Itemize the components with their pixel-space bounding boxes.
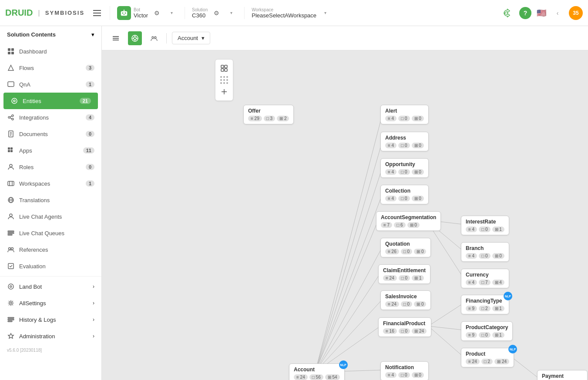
entity-node-opportunity[interactable]: Opportunity≡ 4□ 0⊞ 0 xyxy=(380,158,429,178)
integrations-label: Integrations xyxy=(19,114,81,121)
bot-chevron-button[interactable]: ▾ xyxy=(165,7,178,19)
documents-badge: 0 xyxy=(86,131,94,137)
entity-node-financing-type[interactable]: FinancingType≡ 9□ 2⊞ 1NLP xyxy=(461,295,509,314)
live-chat-agents-icon xyxy=(7,213,15,220)
svg-point-57 xyxy=(155,37,156,38)
entity-node-title-financial-product: FinancialProduct xyxy=(383,320,427,327)
entity-node-account[interactable]: Account≡ 24□ 56⊞ 54NLP xyxy=(289,363,345,380)
entity-badge-collection-2: ⊞ 0 xyxy=(412,196,424,201)
help-icon[interactable]: ? xyxy=(519,7,531,19)
svg-point-41 xyxy=(8,284,13,289)
sidebar-item-qna[interactable]: QnA 1 xyxy=(0,76,101,93)
svg-line-59 xyxy=(315,113,383,372)
language-flag[interactable]: 🇺🇸 xyxy=(537,8,546,18)
content-area: Account ▾ xyxy=(102,26,588,380)
integrations-badge: 4 xyxy=(86,114,94,120)
svg-rect-49 xyxy=(113,40,119,40)
entity-node-notification[interactable]: Notification≡ 4□ 0⊞ 0 xyxy=(380,361,429,380)
toolbar: Account ▾ xyxy=(102,26,588,50)
entity-node-title-currency: Currency xyxy=(466,272,504,278)
main-layout: Solution Contents ▾ Dashboard Flows 3 Qn… xyxy=(0,26,588,380)
group-view-button[interactable] xyxy=(147,31,161,45)
entity-badge-quotation-2: ⊞ 0 xyxy=(414,249,426,254)
entity-badge-financial-product-1: □ 0 xyxy=(399,328,410,334)
sidebar-item-administration[interactable]: Administration › xyxy=(0,328,101,344)
back-arrow-icon[interactable]: ‹ xyxy=(551,7,564,19)
share-icon[interactable] xyxy=(500,6,514,20)
fit-zoom-button[interactable] xyxy=(219,63,229,73)
svg-marker-10 xyxy=(8,65,13,70)
zoom-plus-button[interactable] xyxy=(219,87,229,97)
flows-label: Flows xyxy=(19,65,81,71)
entity-view-button[interactable] xyxy=(128,31,142,45)
entity-node-interest-rate[interactable]: InterestRate≡ 4□ 0⊞ 1 xyxy=(461,216,509,235)
sidebar-item-land-bot[interactable]: Land Bot › xyxy=(0,278,101,295)
entity-node-title-product-category: ProductCategory xyxy=(466,324,508,330)
sidebar-item-translations[interactable]: Translations xyxy=(0,192,101,208)
administration-arrow: › xyxy=(93,333,94,339)
solution-settings-button[interactable]: ⚙ xyxy=(210,7,222,19)
entity-node-offer[interactable]: Offer≡ 29□ 3⊞ 2 xyxy=(243,105,294,124)
entity-node-payment[interactable]: Payment≡ 24□ 0⊞ 0 xyxy=(537,370,588,380)
sidebar-item-all-settings[interactable]: AllSettings › xyxy=(0,295,101,311)
svg-rect-7 xyxy=(11,48,14,51)
sidebar: Solution Contents ▾ Dashboard Flows 3 Qn… xyxy=(0,26,102,380)
svg-rect-37 xyxy=(8,234,12,235)
entity-node-branch[interactable]: Branch≡ 4□ 0⊞ 0 xyxy=(461,242,509,262)
entity-badges-collection: ≡ 4□ 0⊞ 0 xyxy=(385,196,424,201)
svg-point-5 xyxy=(124,10,124,10)
sidebar-item-history-logs[interactable]: History & Logs › xyxy=(0,311,101,328)
hamburger-menu[interactable] xyxy=(91,8,103,18)
entity-node-product-category[interactable]: ProductCategory≡ 9□ 0⊞ 1 xyxy=(461,321,513,341)
entity-node-address[interactable]: Address≡ 4□ 0⊞ 0 xyxy=(380,132,429,151)
entity-node-sales-invoice[interactable]: SalesInvoice≡ 24□ 0⊞ 0 xyxy=(380,290,431,310)
bot-label: Bot xyxy=(134,7,148,12)
qna-badge: 1 xyxy=(86,81,94,87)
sidebar-item-roles[interactable]: Roles 0 xyxy=(0,159,101,175)
svg-point-34 xyxy=(10,214,12,217)
entity-node-claim-entitlement[interactable]: ClaimEntitlement≡ 24□ 0⊞ 1 xyxy=(378,264,430,284)
entity-badge-interest-rate-2: ⊞ 1 xyxy=(492,227,504,232)
logo-druid-text: DRUID xyxy=(5,8,33,18)
sidebar-item-documents[interactable]: Documents 0 xyxy=(0,126,101,142)
align-button[interactable] xyxy=(109,31,123,45)
sidebar-item-dashboard[interactable]: Dashboard xyxy=(0,43,101,60)
sidebar-item-live-chat-agents[interactable]: Live Chat Agents xyxy=(0,208,101,225)
solution-contents-title: Solution Contents xyxy=(7,31,56,38)
solution-chevron-button[interactable]: ▾ xyxy=(225,7,237,19)
entity-node-collection[interactable]: Collection≡ 4□ 0⊞ 0 xyxy=(380,185,429,204)
entity-node-financial-product[interactable]: FinancialProduct≡ 16□ 0⊞ 24 xyxy=(378,317,431,337)
sidebar-item-flows[interactable]: Flows 3 xyxy=(0,60,101,76)
entity-badge-product-category-2: ⊞ 1 xyxy=(492,332,504,338)
sidebar-item-evaluation[interactable]: Evaluation xyxy=(0,258,101,274)
entity-node-product[interactable]: Product≡ 24□ 2⊞ 24NLP xyxy=(461,348,514,367)
documents-icon xyxy=(7,130,15,138)
entity-badges-product: ≡ 24□ 2⊞ 24 xyxy=(466,359,509,364)
sidebar-item-workspaces[interactable]: Workspaces 1 xyxy=(0,175,101,192)
sidebar-item-apps[interactable]: Apps 11 xyxy=(0,142,101,159)
workspace-chevron-button[interactable]: ▾ xyxy=(319,7,331,19)
entity-node-currency[interactable]: Currency≡ 4□ 7⊞ 4 xyxy=(461,269,509,288)
entity-node-alert[interactable]: Alert≡ 4□ 0⊞ 0 xyxy=(380,105,429,124)
svg-line-66 xyxy=(315,299,383,372)
graph-canvas[interactable]: Account≡ 24□ 56⊞ 54NLPOffer≡ 29□ 3⊞ 2Ale… xyxy=(102,50,588,380)
bot-settings-button[interactable]: ⚙ xyxy=(151,7,163,19)
svg-rect-46 xyxy=(8,321,12,322)
solution-contents-header[interactable]: Solution Contents ▾ xyxy=(0,26,101,43)
svg-rect-6 xyxy=(8,48,10,51)
dashboard-label: Dashboard xyxy=(19,48,94,55)
sidebar-item-integrations[interactable]: Integrations 4 xyxy=(0,109,101,126)
notification-avatar[interactable]: 35 xyxy=(569,6,583,20)
sidebar-item-entities[interactable]: Entities 21 xyxy=(3,93,98,109)
entity-badge-account-segmentation-0: ≡ 7 xyxy=(381,222,392,228)
evaluation-label: Evaluation xyxy=(19,263,94,270)
entity-badges-quotation: ≡ 26□ 0⊞ 0 xyxy=(385,249,426,254)
sidebar-item-live-chat-queues[interactable]: Live Chat Queues xyxy=(0,225,101,241)
svg-line-63 xyxy=(315,220,378,372)
account-dropdown-button[interactable]: Account ▾ xyxy=(172,32,210,44)
sidebar-item-references[interactable]: References xyxy=(0,241,101,258)
svg-point-2 xyxy=(125,12,126,13)
entity-node-quotation[interactable]: Quotation≡ 26□ 0⊞ 0 xyxy=(380,238,431,257)
entity-node-account-segmentation[interactable]: AccountSegmentation≡ 7□ 6⊞ 0 xyxy=(376,211,441,231)
zoom-controls xyxy=(215,59,233,101)
